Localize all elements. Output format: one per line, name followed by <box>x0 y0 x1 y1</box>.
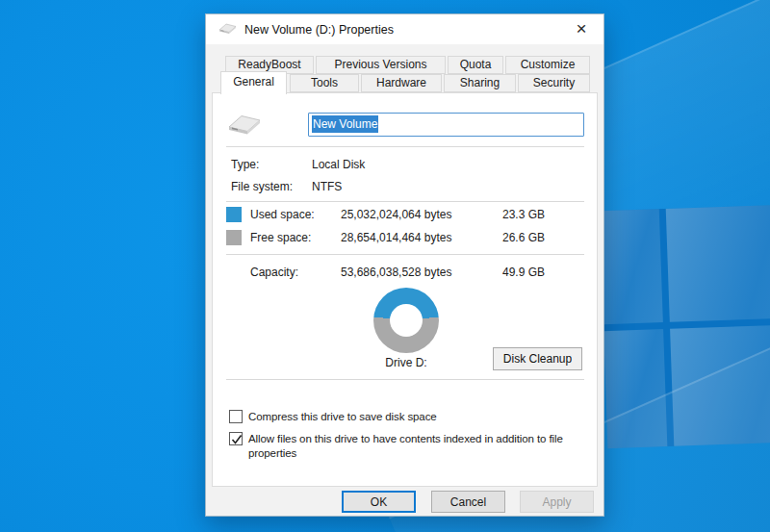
file-system-value: NTFS <box>312 180 342 193</box>
drive-icon <box>218 21 237 38</box>
dialog-footer: OK Cancel Apply <box>206 487 603 518</box>
used-space-label: Used space: <box>250 208 315 221</box>
separator <box>226 379 584 380</box>
capacity-bytes: 53,686,038,528 bytes <box>341 266 451 279</box>
titlebar[interactable]: New Volume (D:) Properties × <box>206 14 603 44</box>
tab-general[interactable]: General <box>220 71 287 94</box>
separator <box>226 254 584 255</box>
capacity-label: Capacity: <box>250 266 298 279</box>
type-value: Local Disk <box>312 158 365 171</box>
windows-logo-pane <box>600 209 663 324</box>
donut-hole <box>390 304 423 337</box>
capacity-size: 49.9 GB <box>502 266 545 279</box>
general-tab-page: New Volume Type: Local Disk File system:… <box>212 92 598 487</box>
free-space-bytes: 28,654,014,464 bytes <box>341 231 451 244</box>
tab-tools[interactable]: Tools <box>290 74 359 92</box>
index-checkbox-label: Allow files on this drive to have conten… <box>248 432 593 461</box>
tab-security[interactable]: Security <box>518 74 590 92</box>
used-space-bytes: 25,032,024,064 bytes <box>341 208 451 221</box>
check-icon <box>231 434 243 445</box>
compress-checkbox[interactable] <box>229 410 243 423</box>
separator <box>226 146 584 147</box>
window-title: New Volume (D:) Properties <box>244 23 394 37</box>
compress-checkbox-row[interactable]: Compress this drive to save disk space <box>229 410 593 424</box>
apply-button[interactable]: Apply <box>520 491 594 513</box>
properties-dialog: New Volume (D:) Properties × ReadyBoost … <box>205 13 604 517</box>
file-system-label: File system: <box>231 180 293 193</box>
index-checkbox-row[interactable]: Allow files on this drive to have conten… <box>229 432 593 461</box>
index-checkbox[interactable] <box>229 432 243 445</box>
volume-name-selected-text: New Volume <box>312 115 378 133</box>
disk-cleanup-button[interactable]: Disk Cleanup <box>493 347 582 370</box>
windows-logo-pane <box>603 329 667 448</box>
tab-quota[interactable]: Quota <box>448 56 503 74</box>
tab-hardware[interactable]: Hardware <box>361 74 442 92</box>
volume-name-input[interactable]: New Volume <box>308 113 584 137</box>
drive-icon <box>227 112 262 140</box>
drive-usage-donut <box>373 288 439 353</box>
free-space-label: Free space: <box>250 231 311 244</box>
free-space-size: 26.6 GB <box>502 231 545 244</box>
tab-previous-versions[interactable]: Previous Versions <box>316 56 446 74</box>
used-space-swatch <box>226 207 242 222</box>
free-space-swatch <box>226 230 242 245</box>
separator <box>226 201 584 202</box>
tab-sharing[interactable]: Sharing <box>444 74 516 92</box>
used-space-size: 23.3 GB <box>502 208 545 221</box>
windows-logo <box>600 203 770 448</box>
tab-customize[interactable]: Customize <box>505 56 590 74</box>
close-icon[interactable]: × <box>569 17 594 40</box>
drive-d-label: Drive D: <box>373 356 439 369</box>
type-label: Type: <box>231 158 259 171</box>
cancel-button[interactable]: Cancel <box>431 491 505 513</box>
compress-checkbox-label: Compress this drive to save disk space <box>248 410 593 424</box>
ok-button[interactable]: OK <box>342 491 416 513</box>
windows-logo-pane <box>666 203 770 322</box>
windows-logo-pane <box>670 323 770 446</box>
